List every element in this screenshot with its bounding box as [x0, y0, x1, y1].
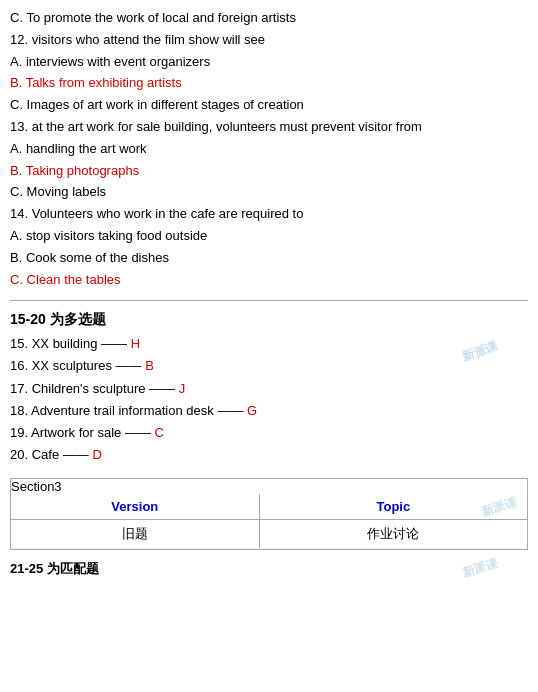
line-b-taking: B. Taking photographs [10, 161, 528, 182]
section3-table: 新派课 Section3 Version Topic [10, 478, 528, 550]
table-row: 旧题 作业讨论 [11, 519, 527, 548]
line-12: 12. visitors who attend the film show wi… [10, 30, 528, 51]
table-title-cell: Section3 [11, 479, 527, 494]
match-item-20: 20. Cafe —— D [10, 444, 528, 466]
main-content: C. To promote the work of local and fore… [10, 8, 528, 578]
line-c-promote: C. To promote the work of local and fore… [10, 8, 528, 29]
table-version-cell: 旧题 [11, 519, 259, 548]
line-c-moving: C. Moving labels [10, 182, 528, 203]
line-a-stop: A. stop visitors taking food outside [10, 226, 528, 247]
table-version-header: Version [11, 494, 259, 520]
section-15-20-header: 15-20 为多选题 [10, 311, 528, 329]
match-item-17: 17. Children's sculpture —— J [10, 378, 528, 400]
match-item-19: 19. Artwork for sale —— C [10, 422, 528, 444]
line-b-cook: B. Cook some of the dishes [10, 248, 528, 269]
line-c-images: C. Images of art work in different stage… [10, 95, 528, 116]
table-topic-header: Topic [259, 494, 527, 520]
match-item-16: 16. XX sculptures —— B [10, 355, 528, 377]
line-a-interviews: A. interviews with event organizers [10, 52, 528, 73]
line-a-handling: A. handling the art work [10, 139, 528, 160]
match-item-15: 15. XX building —— H [10, 333, 528, 355]
line-b-talks: B. Talks from exhibiting artists [10, 73, 528, 94]
line-13: 13. at the art work for sale building, v… [10, 117, 528, 138]
line-14: 14. Volunteers who work in the cafe are … [10, 204, 528, 225]
match-items-block: 新派课 15. XX building —— H 16. XX sculptur… [10, 333, 528, 466]
divider-1 [10, 300, 528, 301]
watermark-3: 新派课 [460, 556, 499, 582]
text-block-lines: C. To promote the work of local and fore… [10, 8, 528, 290]
table-topic-cell: 作业讨论 [259, 519, 527, 548]
section3-data-table: Section3 Version Topic 旧题 [11, 479, 527, 549]
section-21-25-label: 新派课 21-25 为匹配题 [10, 560, 528, 578]
line-c-clean: C. Clean the tables [10, 270, 528, 291]
match-item-18: 18. Adventure trail information desk —— … [10, 400, 528, 422]
